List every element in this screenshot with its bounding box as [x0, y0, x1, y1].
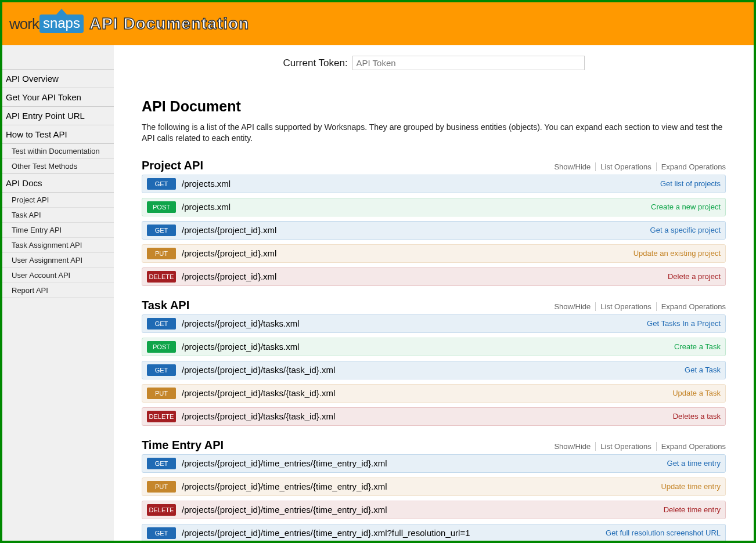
endpoint-path: /projects.xml	[182, 179, 660, 189]
endpoint-row[interactable]: GET/projects/{project_id}/tasks/{task_id…	[142, 361, 726, 379]
http-method-badge: GET	[147, 364, 176, 376]
http-method-badge: DELETE	[147, 504, 176, 516]
endpoint-row[interactable]: POST/projects/{project_id}/tasks.xmlCrea…	[142, 338, 726, 356]
page-title: API Document	[142, 98, 726, 115]
endpoint-path: /projects/{project_id}/time_entries/{tim…	[182, 482, 661, 491]
http-method-badge: GET	[147, 527, 176, 539]
sidebar-item-user-assignment-api[interactable]: User Assignment API	[2, 253, 114, 268]
http-method-badge: DELETE	[147, 271, 176, 283]
endpoint-description: Update a Task	[672, 389, 721, 397]
endpoint-description: Create a new project	[651, 202, 721, 211]
endpoint-description: Update an existing project	[633, 249, 721, 258]
list-operations-link[interactable]: List Operations	[596, 302, 656, 311]
endpoint-row[interactable]: GET/projects/{project_id}/time_entries/{…	[142, 524, 726, 541]
endpoint-row[interactable]: PUT/projects/{project_id}/time_entries/{…	[142, 477, 726, 496]
endpoint-row[interactable]: POST/projects.xmlCreate a new project	[142, 198, 726, 216]
endpoint-description: Get Tasks In a Project	[647, 319, 721, 328]
api-token-input[interactable]	[352, 56, 585, 70]
endpoint-path: /projects/{project_id}/time_entries/{tim…	[182, 458, 667, 468]
endpoint-description: Get a Task	[685, 365, 721, 374]
http-method-badge: PUT	[147, 248, 176, 259]
expand-operations-link[interactable]: Expand Operations	[657, 162, 726, 171]
api-section: Project APIShow/HideList OperationsExpan…	[142, 159, 726, 286]
http-method-badge: PUT	[147, 388, 176, 399]
header: work snaps API Documentation	[2, 2, 754, 45]
sidebar-item-how-to-test-api[interactable]: How to Test API	[2, 125, 114, 144]
http-method-badge: GET	[147, 458, 176, 469]
http-method-badge: PUT	[147, 481, 176, 493]
endpoint-path: /projects/{project_id}/time_entries/{tim…	[182, 505, 664, 515]
sidebar-item-user-account-api[interactable]: User Account API	[2, 268, 114, 283]
endpoint-description: Get a time entry	[667, 459, 721, 468]
endpoint-description: Update time entry	[661, 482, 721, 491]
show-hide-link[interactable]: Show/Hide	[549, 162, 596, 171]
section-title[interactable]: Project API	[142, 159, 203, 172]
main-content: Current Token: API Document The followin…	[114, 45, 754, 541]
header-title: API Documentation	[89, 15, 249, 33]
endpoint-path: /projects/{project_id}/tasks/{task_id}.x…	[182, 411, 673, 421]
http-method-badge: GET	[147, 318, 176, 330]
api-section: Task APIShow/HideList OperationsExpand O…	[142, 299, 726, 426]
api-section: Time Entry APIShow/HideList OperationsEx…	[142, 439, 726, 541]
endpoint-row[interactable]: GET/projects/{project_id}/tasks.xmlGet T…	[142, 314, 726, 333]
endpoint-path: /projects/{project_id}.xml	[182, 225, 650, 235]
logo-text-work: work	[9, 15, 39, 33]
endpoint-description: Get full resolution screenshot URL	[606, 528, 721, 537]
section-title[interactable]: Time Entry API	[142, 439, 224, 452]
token-label: Current Token:	[283, 57, 347, 68]
endpoint-row[interactable]: GET/projects.xmlGet list of projects	[142, 175, 726, 193]
section-ops: Show/HideList OperationsExpand Operation…	[549, 442, 726, 451]
sidebar-item-api-entry-point-url[interactable]: API Entry Point URL	[2, 106, 114, 125]
endpoint-row[interactable]: DELETE/projects/{project_id}/tasks/{task…	[142, 407, 726, 426]
endpoint-path: /projects/{project_id}.xml	[182, 248, 633, 258]
sidebar-item-get-your-api-token[interactable]: Get Your API Token	[2, 88, 114, 107]
endpoint-row[interactable]: GET/projects/{project_id}/time_entries/{…	[142, 454, 726, 473]
logo-text-snaps: snaps	[39, 15, 84, 33]
sidebar-item-time-entry-api[interactable]: Time Entry API	[2, 223, 114, 238]
show-hide-link[interactable]: Show/Hide	[549, 442, 596, 451]
logo: work snaps	[9, 15, 84, 33]
endpoint-row[interactable]: PUT/projects/{project_id}.xmlUpdate an e…	[142, 244, 726, 263]
endpoint-path: /projects/{project_id}/tasks.xml	[182, 342, 674, 352]
http-method-badge: DELETE	[147, 411, 176, 422]
sidebar-item-report-api[interactable]: Report API	[2, 283, 114, 298]
section-title[interactable]: Task API	[142, 299, 189, 312]
endpoint-path: /projects/{project_id}.xml	[182, 272, 668, 281]
endpoint-row[interactable]: PUT/projects/{project_id}/tasks/{task_id…	[142, 384, 726, 403]
endpoint-row[interactable]: GET/projects/{project_id}.xmlGet a speci…	[142, 221, 726, 240]
endpoint-description: Get a specific project	[650, 226, 721, 234]
sidebar-item-project-api[interactable]: Project API	[2, 193, 114, 208]
endpoint-description: Delete a project	[668, 272, 721, 281]
token-row: Current Token:	[142, 56, 726, 70]
section-header: Project APIShow/HideList OperationsExpan…	[142, 159, 726, 175]
endpoint-description: Get list of projects	[660, 179, 721, 188]
http-method-badge: POST	[147, 201, 176, 213]
show-hide-link[interactable]: Show/Hide	[549, 302, 596, 311]
expand-operations-link[interactable]: Expand Operations	[657, 302, 726, 311]
section-header: Time Entry APIShow/HideList OperationsEx…	[142, 439, 726, 454]
endpoint-path: /projects.xml	[182, 202, 651, 212]
sidebar-item-api-overview[interactable]: API Overview	[2, 69, 114, 88]
endpoint-row[interactable]: DELETE/projects/{project_id}/time_entrie…	[142, 501, 726, 519]
endpoint-description: Delete time entry	[664, 505, 721, 514]
expand-operations-link[interactable]: Expand Operations	[657, 442, 726, 451]
endpoint-path: /projects/{project_id}/time_entries/{tim…	[182, 528, 606, 538]
list-operations-link[interactable]: List Operations	[596, 162, 656, 171]
endpoint-row[interactable]: DELETE/projects/{project_id}.xmlDelete a…	[142, 267, 726, 286]
list-operations-link[interactable]: List Operations	[596, 442, 656, 451]
http-method-badge: GET	[147, 225, 176, 236]
section-ops: Show/HideList OperationsExpand Operation…	[549, 162, 726, 171]
http-method-badge: POST	[147, 341, 176, 353]
endpoint-path: /projects/{project_id}/tasks.xml	[182, 318, 647, 328]
sidebar-item-task-api[interactable]: Task API	[2, 208, 114, 223]
sidebar-item-task-assignment-api[interactable]: Task Assignment API	[2, 238, 114, 253]
page-intro: The following is a list of the API calls…	[142, 122, 726, 144]
sidebar-item-other-test-methods[interactable]: Other Test Methods	[2, 159, 114, 173]
endpoint-description: Create a Task	[674, 342, 721, 351]
sidebar-item-test-within-documentation[interactable]: Test within Documentation	[2, 144, 114, 159]
section-header: Task APIShow/HideList OperationsExpand O…	[142, 299, 726, 314]
endpoint-path: /projects/{project_id}/tasks/{task_id}.x…	[182, 365, 685, 375]
sidebar-item-api-docs[interactable]: API Docs	[2, 173, 114, 193]
http-method-badge: GET	[147, 178, 176, 190]
endpoint-path: /projects/{project_id}/tasks/{task_id}.x…	[182, 388, 672, 398]
